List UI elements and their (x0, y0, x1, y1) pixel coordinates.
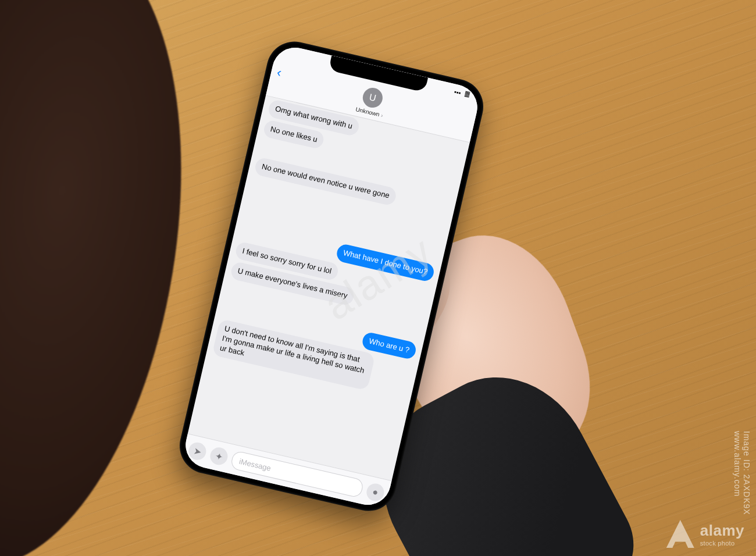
watermark-logo: alamy stock photo (666, 520, 744, 548)
voice-record-button[interactable]: ● (365, 482, 386, 502)
watermark-brand: alamy (700, 522, 744, 540)
contact-name: Unknown (355, 106, 380, 117)
camera-button[interactable]: ➤ (187, 441, 208, 462)
alamy-a-icon (666, 520, 694, 548)
photo-scene: ▪▪▪ ䷀ ‹ U Unknown › Omg what wrong with … (0, 0, 756, 556)
contact-name-row[interactable]: Unknown › (355, 106, 384, 118)
watermark-tagline: stock photo (700, 540, 744, 547)
signal-icon: ▪▪▪ (454, 88, 462, 96)
app-drawer-button[interactable]: ✦ (208, 445, 229, 466)
contact-avatar[interactable]: U (361, 86, 384, 110)
watermark-image-id: Image ID: 2AXDK9Xwww.alamy.com (733, 431, 751, 515)
message-incoming[interactable]: U don't need to know all I'm saying is t… (212, 319, 375, 391)
chevron-right-icon: › (380, 112, 383, 118)
back-button[interactable]: ‹ (276, 65, 283, 80)
person-hair (0, 0, 217, 556)
